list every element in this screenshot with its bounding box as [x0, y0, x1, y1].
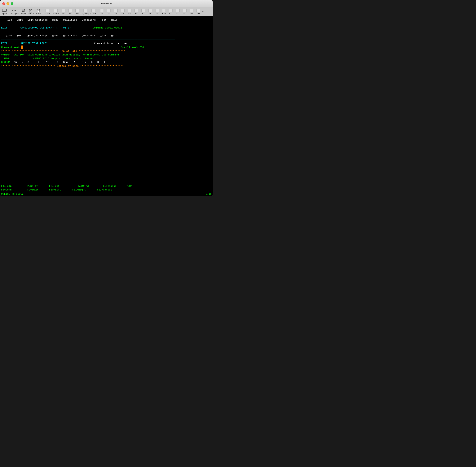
f3-exit[interactable]: F3=Exit: [42, 185, 60, 188]
f10-button[interactable]: F10: [161, 8, 167, 15]
upper-columns: Columns 00001 00072: [93, 26, 122, 30]
fkey-row-2: F8=Down F9=Swap F10=Left F11=Right F12=C…: [1, 188, 212, 192]
pa2-icon: [68, 8, 73, 13]
svg-rect-31: [148, 9, 152, 12]
f2-split[interactable]: F2=Split: [15, 185, 38, 188]
minimize-button[interactable]: [7, 2, 9, 5]
svg-rect-14: [37, 9, 40, 10]
command-spacer: [23, 46, 121, 49]
f2-button[interactable]: F2: [106, 8, 112, 15]
svg-rect-23: [92, 9, 95, 12]
f11-button[interactable]: F11: [168, 8, 174, 15]
cursor-position: 8,15: [206, 193, 212, 195]
top-of-data-text: ****** ****************************** To…: [1, 49, 125, 53]
clear-button[interactable]: Clear: [90, 8, 97, 15]
f4-label: F4: [121, 13, 124, 15]
f9-icon: [155, 8, 159, 13]
f12-button[interactable]: F12: [174, 8, 181, 15]
print-button[interactable]: Print: [35, 8, 42, 15]
erase-icon: [45, 8, 50, 13]
f8-icon: [148, 8, 153, 13]
close-button[interactable]: [2, 2, 5, 5]
insert-button[interactable]: Insert: [52, 8, 60, 15]
upper-divider: ────────────────────────────────────────…: [1, 22, 212, 26]
f7-up[interactable]: F7=Up: [120, 185, 132, 188]
f10-icon: [161, 8, 166, 13]
lower-filename: LHAYNIE.TEST.FILE2: [20, 42, 48, 46]
svg-rect-21: [76, 9, 79, 12]
f6-icon: [134, 8, 139, 13]
upper-edit-label: EDIT: [1, 26, 7, 30]
f14-button[interactable]: F14: [188, 8, 195, 15]
svg-rect-27: [121, 9, 124, 12]
insert-icon: [53, 8, 58, 13]
f1-help[interactable]: F1=Help: [1, 185, 12, 188]
svg-rect-34: [169, 9, 172, 12]
f10-left[interactable]: F10=Left: [42, 188, 61, 191]
f15-button[interactable]: F15: [195, 8, 202, 15]
paste-label: Paste: [28, 13, 34, 15]
more-button[interactable]: »: [202, 10, 204, 13]
f5-label: F5: [128, 13, 131, 15]
f14-label: F14: [190, 13, 193, 15]
f3-button[interactable]: F3: [112, 8, 119, 15]
f9-label: F9: [156, 13, 158, 15]
f8-label: F8: [149, 13, 151, 15]
upper-menu-text[interactable]: File Edit Edit_Settings Menu Utilities C…: [1, 18, 118, 22]
copy-button[interactable]: Copy: [20, 8, 27, 15]
toolbar: Open Configure Copy: [0, 7, 213, 16]
f7-button[interactable]: F7: [140, 8, 146, 15]
data-line-content: /% ¬¬ C + E "Z' ? B mF N P > D 3 ¢: [11, 60, 105, 64]
sysreq-label: SysReq: [82, 13, 89, 15]
svg-rect-35: [176, 9, 179, 12]
f8-down[interactable]: F8=Down: [1, 188, 12, 191]
configure-button[interactable]: Configure: [8, 8, 20, 15]
status-bar: F1=Help F2=Split F3=Exit F5=Rfind F6=Rch…: [0, 184, 213, 196]
paste-button[interactable]: Paste: [27, 8, 34, 15]
window-title: HANSOLO: [101, 2, 112, 5]
f9-button[interactable]: F9: [154, 8, 160, 15]
f6-button[interactable]: F6: [133, 8, 140, 15]
f6-rchange[interactable]: F6=Rchange: [93, 185, 117, 188]
f15-icon: [196, 8, 201, 13]
f12-label: F12: [176, 13, 179, 15]
f6-label: F6: [135, 13, 138, 15]
svg-rect-30: [142, 9, 145, 12]
f1-button[interactable]: F1: [99, 8, 105, 15]
command-cursor[interactable]: [21, 46, 23, 49]
fkey-row-1: F1=Help F2=Split F3=Exit F5=Rfind F6=Rch…: [1, 184, 212, 188]
f12-cancel[interactable]: F12=Cancel: [90, 188, 112, 191]
erase-label: Erase: [45, 13, 50, 15]
lower-menu-text[interactable]: File Edit Edit_Settings Menu Utilities C…: [1, 34, 118, 38]
f5-button[interactable]: F5: [126, 8, 133, 15]
open-button[interactable]: Open: [1, 8, 8, 15]
pa1-button[interactable]: PA1: [60, 8, 67, 15]
erase-button[interactable]: Erase: [44, 8, 51, 15]
msg-line-2: ==MSG> ===> FIND P'.' to position cursor…: [1, 57, 212, 61]
upper-status-line: EDIT HANSOLO.PROD.JCL(ENCRYPT) - 01.07 C…: [1, 26, 212, 30]
f9-swap[interactable]: F9=Swap: [15, 188, 38, 191]
command-line[interactable]: Command ===> Scroll ===> CSR: [1, 46, 212, 49]
sysreq-button[interactable]: SysReq: [81, 8, 89, 15]
lower-divider-line: ────────────────────────────────────────…: [1, 38, 175, 42]
f2-icon: [106, 8, 111, 13]
clear-label: Clear: [91, 13, 96, 15]
print-label: Print: [36, 13, 41, 15]
pa3-button[interactable]: PA3: [74, 8, 80, 15]
separator-2: [98, 8, 98, 15]
svg-rect-24: [100, 9, 104, 12]
scroll-label: Scroll ===> CSR: [121, 46, 144, 49]
f4-button[interactable]: F4: [119, 8, 126, 15]
f5-rfind[interactable]: F5=Rfind: [63, 185, 89, 188]
maximize-button[interactable]: [11, 2, 13, 5]
f8-button[interactable]: F8: [147, 8, 153, 15]
f13-button[interactable]: F13: [181, 8, 188, 15]
svg-rect-19: [62, 9, 65, 12]
msg1-text: ==MSG> -CAUTION- Data contains invalid (…: [1, 53, 119, 57]
f11-right[interactable]: F11=Right: [65, 188, 86, 191]
lower-edit-label: EDIT: [1, 42, 7, 46]
f4-icon: [120, 8, 125, 13]
window-controls[interactable]: [2, 2, 13, 5]
command-not-active: Command is not active: [94, 42, 127, 46]
pa2-button[interactable]: PA2: [67, 8, 74, 15]
